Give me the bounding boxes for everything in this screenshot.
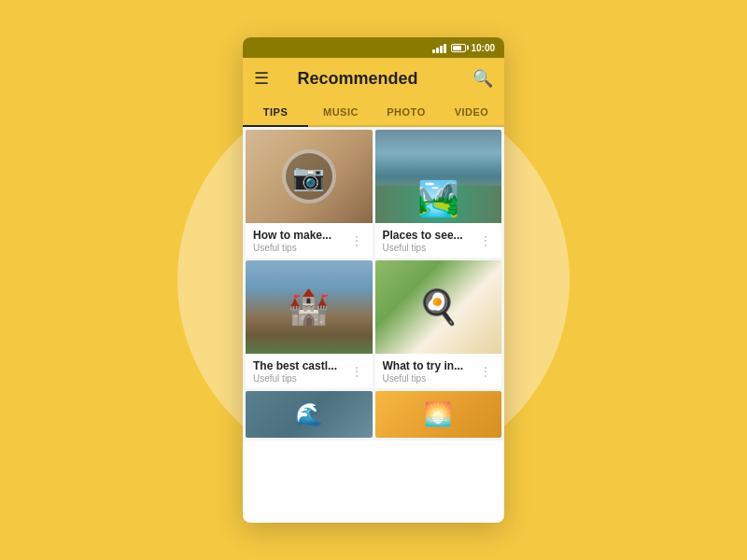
card-1-body: How to make... Useful tips ⋮ <box>246 223 373 258</box>
card-2-more-icon[interactable]: ⋮ <box>477 232 494 249</box>
card-best-castle[interactable]: The best castl... Useful tips ⋮ <box>246 260 373 388</box>
tab-video[interactable]: VIDEO <box>439 99 504 125</box>
card-5-partial[interactable] <box>246 391 373 438</box>
content-area: How to make... Useful tips ⋮ Places to s… <box>243 127 504 441</box>
card-3-subtitle: Useful tips <box>253 373 348 384</box>
card-1-text: How to make... Useful tips <box>253 229 348 253</box>
card-2-text: Places to see... Useful tips <box>383 229 478 253</box>
page-title: Recommended <box>278 69 437 89</box>
card-6-image <box>375 391 502 438</box>
card-5-image <box>246 391 373 438</box>
card-how-to-make[interactable]: How to make... Useful tips ⋮ <box>246 130 373 258</box>
card-4-text: What to try in... Useful tips <box>383 359 478 384</box>
header: ☰ Recommended 🔍 <box>243 58 504 99</box>
card-3-title: The best castl... <box>253 359 342 372</box>
menu-icon[interactable]: ☰ <box>254 70 269 87</box>
card-1-subtitle: Useful tips <box>253 243 348 253</box>
status-bar: 10:00 <box>243 37 504 58</box>
card-2-image <box>375 130 502 223</box>
card-2-body: Places to see... Useful tips ⋮ <box>375 223 502 258</box>
card-grid: How to make... Useful tips ⋮ Places to s… <box>243 127 504 391</box>
signal-bar-4 <box>444 44 446 53</box>
card-places-to-see[interactable]: Places to see... Useful tips ⋮ <box>375 130 502 258</box>
signal-indicator <box>432 42 446 53</box>
bottom-partial-row <box>243 391 504 441</box>
card-4-subtitle: Useful tips <box>383 373 478 384</box>
card-1-title: How to make... <box>253 229 342 242</box>
signal-bar-3 <box>440 46 443 53</box>
tab-tips[interactable]: TIPS <box>243 99 308 125</box>
card-3-body: The best castl... Useful tips ⋮ <box>246 354 373 388</box>
card-4-body: What to try in... Useful tips ⋮ <box>375 354 502 388</box>
battery-icon <box>451 44 466 52</box>
card-4-more-icon[interactable]: ⋮ <box>477 363 494 380</box>
card-3-text: The best castl... Useful tips <box>253 359 348 384</box>
signal-bar-1 <box>432 49 435 53</box>
search-icon[interactable]: 🔍 <box>472 68 493 89</box>
battery-fill <box>453 46 460 50</box>
card-2-subtitle: Useful tips <box>383 243 478 253</box>
card-1-image <box>246 130 373 223</box>
signal-bar-2 <box>436 48 439 53</box>
card-what-to-try[interactable]: What to try in... Useful tips ⋮ <box>375 260 502 388</box>
tabs-bar: TIPS MUSIC PHOTO VIDEO <box>243 99 504 127</box>
card-3-image <box>246 260 373 354</box>
card-4-image <box>375 260 502 354</box>
tab-photo[interactable]: PHOTO <box>374 99 439 125</box>
card-3-more-icon[interactable]: ⋮ <box>348 363 365 380</box>
card-4-title: What to try in... <box>383 359 472 372</box>
phone-frame: 10:00 ☰ Recommended 🔍 TIPS MUSIC PHOTO V… <box>243 37 504 523</box>
tab-music[interactable]: MUSIC <box>308 99 374 125</box>
card-2-title: Places to see... <box>383 229 472 242</box>
status-time: 10:00 <box>471 43 495 53</box>
card-1-more-icon[interactable]: ⋮ <box>348 232 365 249</box>
card-6-partial[interactable] <box>375 391 502 438</box>
